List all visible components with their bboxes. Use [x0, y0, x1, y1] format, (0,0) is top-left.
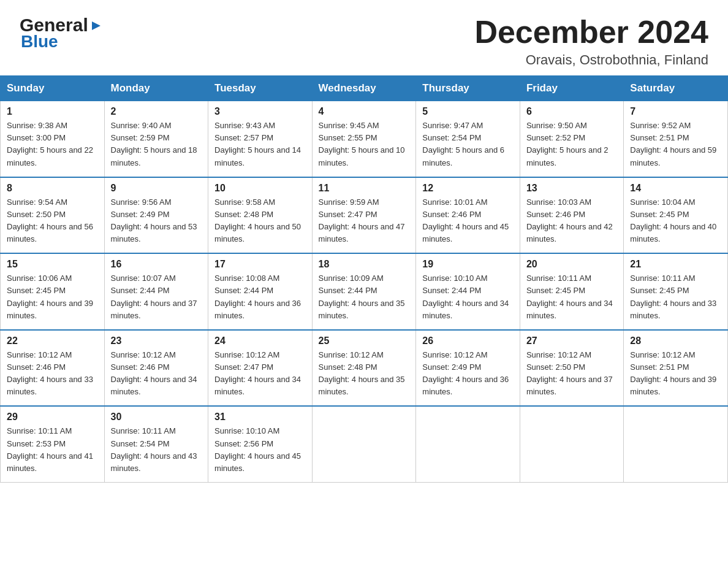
table-row: 29Sunrise: 10:11 AMSunset: 2:53 PMDaylig…: [1, 406, 105, 482]
day-number: 10: [214, 183, 306, 194]
day-number: 30: [111, 412, 202, 423]
table-row: 24Sunrise: 10:12 AMSunset: 2:47 PMDaylig…: [208, 330, 313, 407]
table-row: 12Sunrise: 10:01 AMSunset: 2:46 PMDaylig…: [416, 177, 520, 254]
day-info: Sunrise: 10:11 AMSunset: 2:54 PMDaylight…: [111, 425, 202, 475]
svg-marker-0: [92, 21, 100, 30]
day-info: Sunrise: 9:47 AMSunset: 2:54 PMDaylight:…: [422, 120, 514, 169]
col-saturday: Saturday: [624, 76, 728, 101]
day-number: 6: [526, 106, 617, 117]
day-number: 8: [7, 183, 98, 194]
day-number: 22: [7, 335, 98, 347]
day-number: 5: [422, 106, 514, 117]
table-row: 20Sunrise: 10:11 AMSunset: 2:45 PMDaylig…: [520, 253, 623, 330]
title-area: December 2024 Oravais, Ostrobothnia, Fin…: [474, 15, 708, 68]
day-info: Sunrise: 9:52 AMSunset: 2:51 PMDaylight:…: [630, 120, 721, 169]
table-row: 17Sunrise: 10:08 AMSunset: 2:44 PMDaylig…: [208, 253, 313, 330]
day-number: 21: [630, 259, 721, 270]
day-number: 26: [422, 335, 514, 347]
col-tuesday: Tuesday: [208, 76, 313, 101]
table-row: 28Sunrise: 10:12 AMSunset: 2:51 PMDaylig…: [624, 330, 728, 407]
day-info: Sunrise: 10:11 AMSunset: 2:45 PMDaylight…: [630, 272, 721, 322]
day-info: Sunrise: 10:12 AMSunset: 2:48 PMDaylight…: [319, 349, 410, 399]
day-number: 25: [319, 335, 410, 347]
day-number: 7: [630, 106, 721, 117]
col-sunday: Sunday: [1, 76, 105, 101]
day-number: 12: [422, 183, 514, 194]
day-info: Sunrise: 9:50 AMSunset: 2:52 PMDaylight:…: [526, 120, 617, 169]
day-info: Sunrise: 10:11 AMSunset: 2:45 PMDaylight…: [526, 272, 617, 322]
table-row: 27Sunrise: 10:12 AMSunset: 2:50 PMDaylig…: [520, 330, 623, 407]
day-number: 3: [214, 106, 306, 117]
col-friday: Friday: [520, 76, 623, 101]
calendar-week-row: 8Sunrise: 9:54 AMSunset: 2:50 PMDaylight…: [1, 177, 728, 254]
day-number: 17: [214, 259, 306, 270]
day-info: Sunrise: 10:12 AMSunset: 2:46 PMDaylight…: [7, 349, 98, 399]
day-number: 24: [214, 335, 306, 347]
day-number: 31: [214, 412, 306, 423]
table-row: 31Sunrise: 10:10 AMSunset: 2:56 PMDaylig…: [208, 406, 313, 482]
day-info: Sunrise: 10:07 AMSunset: 2:44 PMDaylight…: [111, 272, 202, 322]
day-number: 1: [7, 106, 98, 117]
day-info: Sunrise: 9:54 AMSunset: 2:50 PMDaylight:…: [7, 196, 98, 246]
table-row: 21Sunrise: 10:11 AMSunset: 2:45 PMDaylig…: [624, 253, 728, 330]
day-info: Sunrise: 10:12 AMSunset: 2:47 PMDaylight…: [214, 349, 306, 399]
day-number: 16: [111, 259, 202, 270]
page-header: General Blue December 2024 Oravais, Ostr…: [0, 0, 728, 75]
table-row: 30Sunrise: 10:11 AMSunset: 2:54 PMDaylig…: [104, 406, 208, 482]
table-row: 22Sunrise: 10:12 AMSunset: 2:46 PMDaylig…: [1, 330, 105, 407]
day-info: Sunrise: 10:12 AMSunset: 2:46 PMDaylight…: [111, 349, 202, 399]
calendar-table: Sunday Monday Tuesday Wednesday Thursday…: [0, 75, 728, 483]
table-row: 4Sunrise: 9:45 AMSunset: 2:55 PMDaylight…: [312, 101, 416, 177]
table-row: 25Sunrise: 10:12 AMSunset: 2:48 PMDaylig…: [312, 330, 416, 407]
day-number: 28: [630, 335, 721, 347]
day-number: 13: [526, 183, 617, 194]
logo-triangle-icon: [89, 19, 103, 33]
day-number: 9: [111, 183, 202, 194]
col-thursday: Thursday: [416, 76, 520, 101]
col-monday: Monday: [104, 76, 208, 101]
day-info: Sunrise: 10:08 AMSunset: 2:44 PMDaylight…: [214, 272, 306, 322]
table-row: 8Sunrise: 9:54 AMSunset: 2:50 PMDaylight…: [1, 177, 105, 254]
day-number: 29: [7, 412, 98, 423]
table-row: 13Sunrise: 10:03 AMSunset: 2:46 PMDaylig…: [520, 177, 623, 254]
day-info: Sunrise: 10:06 AMSunset: 2:45 PMDaylight…: [7, 272, 98, 322]
day-info: Sunrise: 9:43 AMSunset: 2:57 PMDaylight:…: [214, 120, 306, 169]
table-row: 1Sunrise: 9:38 AMSunset: 3:00 PMDaylight…: [1, 101, 105, 177]
calendar-week-row: 29Sunrise: 10:11 AMSunset: 2:53 PMDaylig…: [1, 406, 728, 482]
table-row: [520, 406, 623, 482]
table-row: [416, 406, 520, 482]
table-row: 2Sunrise: 9:40 AMSunset: 2:59 PMDaylight…: [104, 101, 208, 177]
day-info: Sunrise: 9:45 AMSunset: 2:55 PMDaylight:…: [319, 120, 410, 169]
table-row: 14Sunrise: 10:04 AMSunset: 2:45 PMDaylig…: [624, 177, 728, 254]
day-info: Sunrise: 10:09 AMSunset: 2:44 PMDaylight…: [319, 272, 410, 322]
col-wednesday: Wednesday: [312, 76, 416, 101]
table-row: 3Sunrise: 9:43 AMSunset: 2:57 PMDaylight…: [208, 101, 313, 177]
logo: General Blue: [20, 15, 103, 52]
table-row: 16Sunrise: 10:07 AMSunset: 2:44 PMDaylig…: [104, 253, 208, 330]
table-row: 7Sunrise: 9:52 AMSunset: 2:51 PMDaylight…: [624, 101, 728, 177]
day-info: Sunrise: 9:38 AMSunset: 3:00 PMDaylight:…: [7, 120, 98, 169]
day-number: 20: [526, 259, 617, 270]
logo-blue: Blue: [21, 32, 58, 52]
table-row: [312, 406, 416, 482]
day-number: 23: [111, 335, 202, 347]
table-row: 10Sunrise: 9:58 AMSunset: 2:48 PMDayligh…: [208, 177, 313, 254]
day-number: 19: [422, 259, 514, 270]
calendar-week-row: 22Sunrise: 10:12 AMSunset: 2:46 PMDaylig…: [1, 330, 728, 407]
day-number: 18: [319, 259, 410, 270]
table-row: 19Sunrise: 10:10 AMSunset: 2:44 PMDaylig…: [416, 253, 520, 330]
calendar-week-row: 15Sunrise: 10:06 AMSunset: 2:45 PMDaylig…: [1, 253, 728, 330]
table-row: 23Sunrise: 10:12 AMSunset: 2:46 PMDaylig…: [104, 330, 208, 407]
day-info: Sunrise: 10:11 AMSunset: 2:53 PMDaylight…: [7, 425, 98, 475]
day-info: Sunrise: 10:04 AMSunset: 2:45 PMDaylight…: [630, 196, 721, 246]
day-info: Sunrise: 10:01 AMSunset: 2:46 PMDaylight…: [422, 196, 514, 246]
day-info: Sunrise: 9:59 AMSunset: 2:47 PMDaylight:…: [319, 196, 410, 246]
day-number: 4: [319, 106, 410, 117]
day-info: Sunrise: 10:12 AMSunset: 2:51 PMDaylight…: [630, 349, 721, 399]
calendar-week-row: 1Sunrise: 9:38 AMSunset: 3:00 PMDaylight…: [1, 101, 728, 177]
day-number: 14: [630, 183, 721, 194]
day-number: 2: [111, 106, 202, 117]
table-row: 5Sunrise: 9:47 AMSunset: 2:54 PMDaylight…: [416, 101, 520, 177]
day-info: Sunrise: 10:03 AMSunset: 2:46 PMDaylight…: [526, 196, 617, 246]
calendar-header-row: Sunday Monday Tuesday Wednesday Thursday…: [1, 76, 728, 101]
